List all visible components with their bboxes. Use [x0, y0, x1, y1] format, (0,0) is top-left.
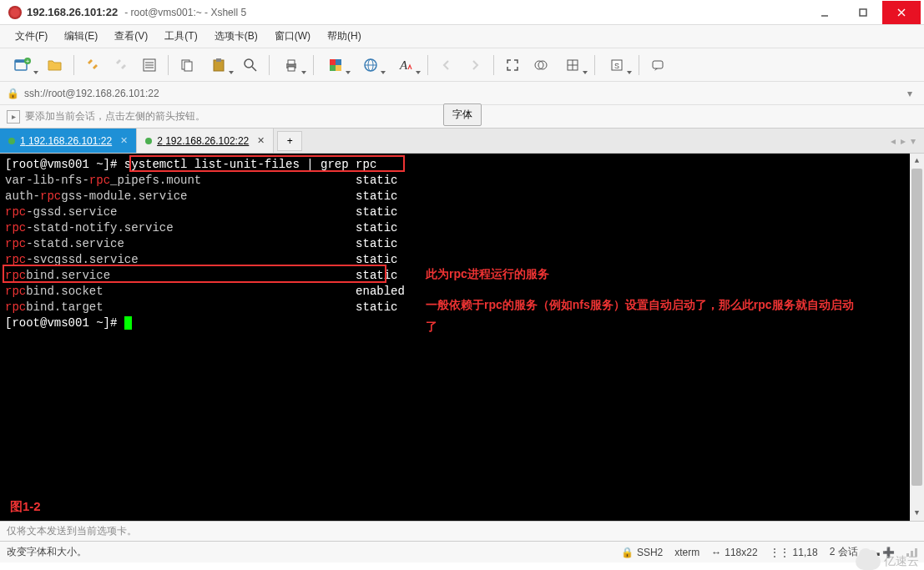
svg-text:S: S — [614, 62, 619, 70]
cloud-icon — [856, 553, 881, 570]
status-dot-icon — [8, 138, 15, 144]
app-icon — [8, 6, 22, 19]
transparency-button[interactable] — [528, 53, 554, 78]
menu-window[interactable]: 窗口(W) — [268, 26, 317, 47]
svg-rect-24 — [336, 65, 341, 71]
terminal-output-line: rpc-statd-notify.service static — [5, 220, 919, 236]
layout-button[interactable] — [556, 53, 589, 78]
print-button[interactable] — [275, 53, 308, 78]
status-sessions: 2 会话 — [830, 545, 858, 559]
session-tab-2[interactable]: 2 192.168.26.102:22 ✕ — [137, 129, 274, 153]
encoding-button[interactable] — [354, 53, 387, 78]
copy-button[interactable] — [174, 53, 200, 78]
status-size: ↔ 118x22 — [711, 547, 757, 558]
reconnect-button[interactable] — [79, 53, 106, 78]
shell-prompt: [root@vms001 ~]# — [5, 316, 124, 330]
menu-help[interactable]: 帮助(H) — [321, 26, 368, 47]
terminal-output-line: auth-rpcgss-module.service static — [5, 189, 919, 204]
tab-scroll-left-icon[interactable]: ◂ — [891, 135, 896, 147]
svg-line-17 — [252, 67, 256, 71]
script-button[interactable]: S — [600, 53, 634, 78]
scroll-thumb[interactable] — [911, 169, 922, 486]
terminal-output-line: var-lib-nfs-rpc_pipefs.mount static — [5, 173, 919, 189]
svg-rect-21 — [330, 59, 336, 65]
terminal-output-line: rpc-statd.service static — [5, 236, 919, 252]
tab-menu-icon[interactable]: ▾ — [911, 135, 916, 147]
status-bar: 改变字体和大小。 🔒 SSH2 xterm ↔ 118x22 ⋮⋮ 11,18 … — [0, 541, 924, 562]
send-bar: 仅将文本发送到当前选项卡。 — [0, 521, 924, 541]
help-icon-button[interactable] — [644, 53, 671, 78]
tab-strip: 1 192.168.26.101:22 ✕ 2 192.168.26.102:2… — [0, 129, 924, 154]
address-bar: 🔒 ssh://root@192.168.26.101:22 ▾ 字体 — [0, 82, 924, 105]
status-message: 改变字体和大小。 — [7, 545, 609, 559]
svg-text:+: + — [26, 58, 30, 65]
status-ssh: 🔒 SSH2 — [621, 547, 663, 558]
menu-tools[interactable]: 工具(T) — [158, 26, 204, 47]
shell-command: systemctl list-unit-files | grep rpc — [124, 158, 376, 171]
disconnect-button — [108, 53, 134, 78]
svg-rect-13 — [184, 62, 192, 71]
new-session-button[interactable]: + — [7, 53, 40, 78]
status-cursor: ⋮⋮ 11,18 — [770, 547, 818, 558]
svg-rect-19 — [288, 60, 295, 64]
scroll-up-icon[interactable]: ▲ — [910, 154, 924, 169]
find-button[interactable] — [237, 53, 264, 78]
watermark: 亿速云 — [856, 553, 919, 570]
toolbar: + A S — [0, 48, 924, 82]
add-tab-button[interactable]: + — [277, 131, 302, 151]
history-forward-button — [462, 53, 488, 78]
send-bar-text: 仅将文本发送到当前选项卡。 — [7, 524, 137, 538]
close-tab-icon[interactable]: ✕ — [257, 135, 265, 146]
watermark-text: 亿速云 — [884, 554, 919, 569]
menu-view[interactable]: 查看(V) — [108, 26, 154, 47]
svg-rect-1 — [860, 9, 866, 16]
svg-text:A: A — [399, 58, 408, 72]
session-url[interactable]: ssh://root@192.168.26.101:22 — [24, 88, 902, 99]
terminal-view[interactable]: [root@vms001 ~]# systemctl list-unit-fil… — [0, 154, 924, 521]
open-button[interactable] — [42, 53, 68, 78]
minimize-button[interactable] — [805, 1, 844, 24]
url-dropdown[interactable]: ▾ — [902, 88, 917, 99]
svg-rect-15 — [216, 58, 221, 62]
menu-bar: 文件(F) 编辑(E) 查看(V) 工具(T) 选项卡(B) 窗口(W) 帮助(… — [0, 25, 924, 48]
terminal-output-line: rpc-gssd.service static — [5, 204, 919, 220]
annotation-text-2: 一般依赖于rpc的服务（例如nfs服务）设置自动启动了，那么此rpc服务就自动启… — [426, 294, 860, 337]
close-button[interactable] — [882, 1, 921, 24]
color-scheme-button[interactable] — [319, 53, 352, 78]
lock-icon: 🔒 — [7, 88, 19, 99]
close-tab-icon[interactable]: ✕ — [120, 135, 128, 146]
menu-file[interactable]: 文件(F) — [8, 26, 54, 47]
window-controls — [805, 1, 921, 24]
status-term: xterm — [674, 547, 699, 558]
font-popup-button[interactable]: 字体 — [443, 103, 482, 126]
history-back-button — [433, 53, 460, 78]
annotation-text-1: 此为rpc进程运行的服务 — [426, 266, 549, 282]
fullscreen-button[interactable] — [499, 53, 526, 78]
shell-prompt: [root@vms001 ~]# — [5, 158, 124, 171]
title-bar: 192.168.26.101:22 - root@vms001:~ - Xshe… — [0, 0, 924, 25]
status-dot-icon — [145, 138, 152, 144]
terminal-scrollbar[interactable]: ▲ ▼ — [910, 154, 924, 521]
window-title-ip: 192.168.26.101:22 — [27, 6, 118, 18]
window-title-sub: - root@vms001:~ - Xshell 5 — [124, 7, 246, 18]
menu-tabs[interactable]: 选项卡(B) — [208, 26, 265, 47]
cursor-icon — [124, 316, 132, 330]
svg-rect-36 — [653, 61, 663, 68]
svg-rect-23 — [330, 65, 336, 71]
font-button[interactable]: A — [389, 53, 422, 78]
add-session-arrow-button[interactable]: ▸ — [7, 110, 20, 124]
figure-label: 图1-2 — [10, 498, 41, 514]
tab-scroll-right-icon[interactable]: ▸ — [901, 135, 906, 147]
menu-edit[interactable]: 编辑(E) — [58, 26, 104, 47]
paste-button[interactable] — [202, 53, 235, 78]
properties-button[interactable] — [136, 53, 163, 78]
svg-rect-20 — [288, 67, 295, 71]
session-tab-1[interactable]: 1 192.168.26.101:22 ✕ — [0, 129, 137, 153]
maximize-button[interactable] — [844, 1, 882, 24]
svg-point-16 — [245, 59, 253, 68]
svg-rect-22 — [336, 59, 341, 65]
hint-text: 要添加当前会话，点击左侧的箭头按钮。 — [25, 109, 205, 124]
scroll-down-icon[interactable]: ▼ — [910, 506, 924, 521]
